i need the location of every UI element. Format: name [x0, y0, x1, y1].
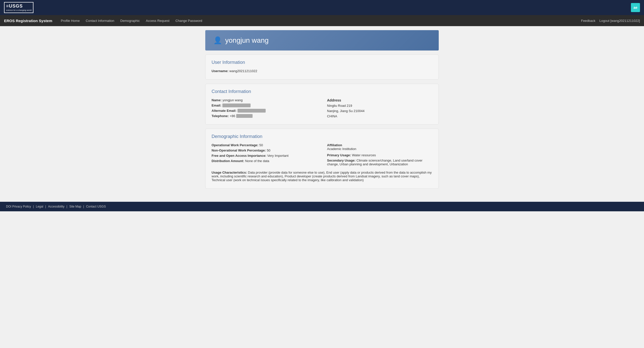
- footer-contact-usgs[interactable]: Contact USGS: [86, 205, 106, 208]
- demographic-col-right: Affiliation Academic Institution Primary…: [327, 143, 432, 168]
- username-value: wang20211211022: [229, 69, 257, 73]
- nav-links: Profile Home Contact Information Demogra…: [58, 18, 581, 24]
- usgs-tagline: science for a changing world: [6, 9, 31, 12]
- footer-doi-privacy[interactable]: DOI Privacy Policy: [6, 205, 31, 208]
- contact-alt-email-value: [237, 109, 266, 113]
- contact-alt-email-row: Alternate Email:: [212, 109, 317, 113]
- nav-link-contact-info[interactable]: Contact Information: [83, 18, 117, 24]
- address-line3: CHINA: [327, 114, 432, 119]
- secondary-usage-row: Secondary Usage: Climate science/change,…: [327, 159, 432, 166]
- secondary-usage-label: Secondary Usage:: [327, 159, 355, 162]
- usage-char-row: Usage Characteristics: Data provider (pr…: [212, 171, 432, 182]
- profile-header: 👤 yongjun wang: [205, 30, 439, 51]
- non-op-work-label: Non-Operational Work Percentage:: [212, 148, 266, 152]
- contact-name-value: yongjun wang: [222, 98, 243, 102]
- op-work-row: Operational Work Percentage: 50: [212, 143, 317, 147]
- usage-char-label: Usage Characteristics:: [212, 171, 247, 174]
- username-label: Username:: [212, 69, 228, 73]
- logout-link[interactable]: Logout [wang20211211022]: [599, 19, 640, 23]
- dist-amount-row: Distribution Amount: None of the data: [212, 159, 317, 163]
- contact-col-right: Address Ningliu Road 219 Nanjing, Jiang …: [327, 98, 432, 119]
- demographic-info-title: Demographic Information: [212, 134, 432, 139]
- contact-email-row: Email:: [212, 104, 317, 107]
- footer-sep-4: |: [83, 205, 84, 208]
- address-section: Address Ningliu Road 219 Nanjing, Jiang …: [327, 98, 432, 119]
- contact-name-label: Name:: [212, 98, 222, 102]
- nav-link-change-password[interactable]: Change Password: [173, 18, 205, 24]
- dist-amount-value: None of the data: [245, 159, 269, 163]
- main-content: 👤 yongjun wang User Information Username…: [201, 26, 443, 197]
- logo-area: ≡USGS science for a changing world: [4, 2, 33, 13]
- contact-info-title: Contact Information: [212, 89, 432, 94]
- contact-telephone-value: [236, 114, 253, 118]
- footer-accessibility[interactable]: Accessibility: [48, 205, 64, 208]
- user-info-title: User Information: [212, 60, 432, 65]
- user-information-card: User Information Username: wang202112110…: [205, 55, 439, 80]
- address-label: Address: [327, 98, 432, 102]
- footer: DOI Privacy Policy | Legal | Accessibili…: [0, 202, 644, 211]
- primary-usage-row: Primary Usage: Water resources: [327, 153, 432, 157]
- contact-telephone-prefix: +86: [230, 114, 235, 118]
- contact-email-value: [222, 104, 251, 107]
- nav-link-demographic[interactable]: Demographic: [118, 18, 142, 24]
- profile-user-icon: 👤: [213, 36, 222, 44]
- username-row: Username: wang20211211022: [212, 69, 432, 73]
- usgs-logo: ≡USGS science for a changing world: [4, 2, 33, 13]
- feedback-link[interactable]: Feedback: [581, 19, 595, 23]
- nav-bar: EROS Registration System Profile Home Co…: [0, 15, 644, 26]
- non-op-work-row: Non-Operational Work Percentage: 50: [212, 148, 317, 152]
- footer-site-map[interactable]: Site Map: [69, 205, 81, 208]
- contact-col-left: Name: yongjun wang Email: Alternate Emai…: [212, 98, 317, 119]
- nav-link-access-request[interactable]: Access Request: [143, 18, 172, 24]
- contact-telephone-row: Telephone: +86: [212, 114, 317, 118]
- free-open-label: Free and Open Access Importance:: [212, 154, 266, 158]
- user-avatar-icon[interactable]: ae: [631, 3, 640, 12]
- nav-link-profile-home[interactable]: Profile Home: [58, 18, 82, 24]
- contact-telephone-label: Telephone:: [212, 114, 229, 118]
- nav-brand: EROS Registration System: [4, 19, 52, 23]
- primary-usage-value: Water resources: [352, 153, 376, 157]
- contact-email-label: Email:: [212, 104, 221, 107]
- dist-amount-label: Distribution Amount:: [212, 159, 244, 163]
- demographic-col-left: Operational Work Percentage: 50 Non-Oper…: [212, 143, 317, 168]
- affiliation-value: Academic Institution: [327, 147, 432, 151]
- non-op-work-value: 50: [267, 148, 270, 152]
- op-work-label: Operational Work Percentage:: [212, 143, 258, 147]
- profile-name: yongjun wang: [225, 36, 269, 44]
- footer-legal[interactable]: Legal: [36, 205, 43, 208]
- address-line2: Nanjing, Jiang Su 210044: [327, 109, 432, 114]
- usgs-logo-text: ≡USGS: [6, 4, 31, 9]
- top-bar: ≡USGS science for a changing world ae: [0, 0, 644, 15]
- contact-information-card: Contact Information Name: yongjun wang E…: [205, 84, 439, 125]
- footer-sep-3: |: [66, 205, 67, 208]
- demographic-two-col: Operational Work Percentage: 50 Non-Oper…: [212, 143, 432, 168]
- affiliation-label: Affiliation: [327, 143, 432, 147]
- primary-usage-label: Primary Usage:: [327, 153, 351, 157]
- footer-sep-2: |: [45, 205, 46, 208]
- free-open-value: Very Important: [267, 154, 289, 158]
- contact-two-col: Name: yongjun wang Email: Alternate Emai…: [212, 98, 432, 119]
- demographic-information-card: Demographic Information Operational Work…: [205, 129, 439, 189]
- address-line1: Ningliu Road 219: [327, 103, 432, 109]
- contact-name-row: Name: yongjun wang: [212, 98, 317, 102]
- contact-alt-email-label: Alternate Email:: [212, 109, 236, 113]
- nav-right: Feedback Logout [wang20211211022]: [581, 19, 640, 23]
- op-work-value: 50: [259, 143, 263, 147]
- free-open-row: Free and Open Access Importance: Very Im…: [212, 154, 317, 158]
- affiliation-section: Affiliation Academic Institution: [327, 143, 432, 151]
- footer-sep-1: |: [33, 205, 34, 208]
